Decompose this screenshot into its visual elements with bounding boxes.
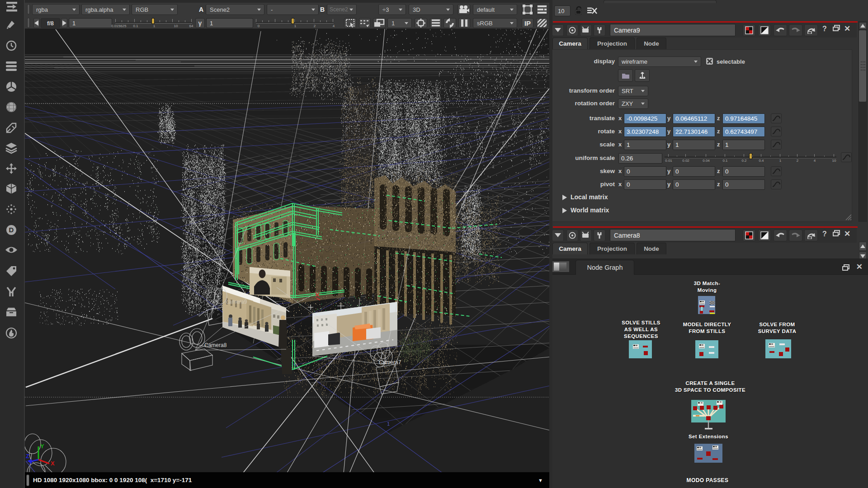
- svg-text:D: D: [9, 226, 14, 234]
- svg-text:Y: Y: [40, 443, 44, 450]
- svg-text:1: 1: [387, 421, 390, 427]
- svg-text:Camera7: Camera7: [379, 359, 401, 366]
- svg-text:X: X: [51, 460, 55, 467]
- svg-text:Z: Z: [26, 453, 29, 460]
- svg-text:camera9: camera9: [226, 299, 247, 305]
- svg-text:Camera8: Camera8: [204, 342, 227, 348]
